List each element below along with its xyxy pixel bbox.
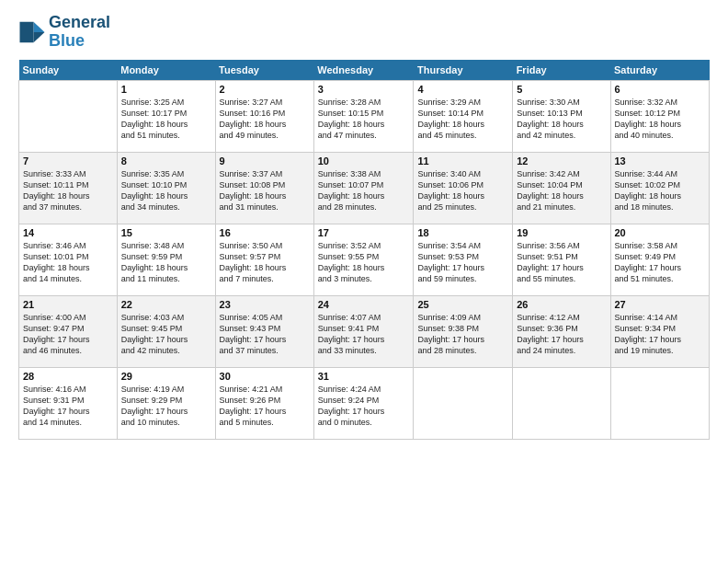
calendar-cell: 28Sunrise: 4:16 AM Sunset: 9:31 PM Dayli… (19, 367, 118, 439)
day-info: Sunrise: 4:09 AM Sunset: 9:38 PM Dayligh… (417, 312, 508, 357)
day-info: Sunrise: 3:40 AM Sunset: 10:06 PM Daylig… (417, 168, 508, 213)
calendar-cell (610, 367, 710, 439)
day-number: 30 (220, 371, 310, 382)
day-info: Sunrise: 3:46 AM Sunset: 10:01 PM Daylig… (23, 240, 113, 285)
calendar-cell: 24Sunrise: 4:07 AM Sunset: 9:41 PM Dayli… (313, 295, 414, 367)
calendar-table: SundayMondayTuesdayWednesdayThursdayFrid… (18, 60, 710, 440)
logo-text: General Blue (49, 14, 110, 51)
day-info: Sunrise: 4:16 AM Sunset: 9:31 PM Dayligh… (23, 384, 113, 429)
calendar-cell (414, 367, 513, 439)
day-info: Sunrise: 3:42 AM Sunset: 10:04 PM Daylig… (517, 168, 606, 213)
week-row-5: 28Sunrise: 4:16 AM Sunset: 9:31 PM Dayli… (19, 367, 710, 439)
day-info: Sunrise: 4:12 AM Sunset: 9:36 PM Dayligh… (517, 312, 606, 357)
day-info: Sunrise: 4:03 AM Sunset: 9:45 PM Dayligh… (121, 312, 211, 357)
day-info: Sunrise: 4:19 AM Sunset: 9:29 PM Dayligh… (121, 384, 211, 429)
day-info: Sunrise: 3:29 AM Sunset: 10:14 PM Daylig… (417, 97, 508, 142)
day-number: 5 (517, 84, 606, 95)
day-info: Sunrise: 4:14 AM Sunset: 9:34 PM Dayligh… (615, 312, 706, 357)
calendar-cell: 10Sunrise: 3:38 AM Sunset: 10:07 PM Dayl… (313, 152, 414, 224)
calendar-cell: 3Sunrise: 3:28 AM Sunset: 10:15 PM Dayli… (313, 80, 414, 152)
calendar-cell: 20Sunrise: 3:58 AM Sunset: 9:49 PM Dayli… (610, 224, 710, 295)
svg-rect-2 (20, 22, 34, 43)
day-info: Sunrise: 4:21 AM Sunset: 9:26 PM Dayligh… (220, 384, 310, 429)
calendar-cell: 23Sunrise: 4:05 AM Sunset: 9:43 PM Dayli… (215, 295, 313, 367)
logo-icon (18, 18, 46, 46)
calendar-cell: 26Sunrise: 4:12 AM Sunset: 9:36 PM Dayli… (513, 295, 610, 367)
day-number: 22 (121, 299, 211, 310)
weekday-sunday: Sunday (19, 60, 118, 81)
day-number: 24 (318, 299, 410, 310)
calendar-cell: 1Sunrise: 3:25 AM Sunset: 10:17 PM Dayli… (117, 80, 215, 152)
day-info: Sunrise: 4:05 AM Sunset: 9:43 PM Dayligh… (220, 312, 310, 357)
day-info: Sunrise: 4:24 AM Sunset: 9:24 PM Dayligh… (318, 384, 410, 429)
calendar-cell: 14Sunrise: 3:46 AM Sunset: 10:01 PM Dayl… (19, 224, 118, 295)
calendar-cell: 19Sunrise: 3:56 AM Sunset: 9:51 PM Dayli… (513, 224, 610, 295)
day-number: 19 (517, 227, 606, 238)
day-info: Sunrise: 3:56 AM Sunset: 9:51 PM Dayligh… (517, 240, 606, 285)
day-info: Sunrise: 3:38 AM Sunset: 10:07 PM Daylig… (318, 168, 410, 213)
day-number: 10 (318, 155, 410, 167)
weekday-monday: Monday (117, 60, 215, 81)
week-row-2: 7Sunrise: 3:33 AM Sunset: 10:11 PM Dayli… (19, 152, 710, 224)
week-row-4: 21Sunrise: 4:00 AM Sunset: 9:47 PM Dayli… (19, 295, 710, 367)
calendar-cell: 27Sunrise: 4:14 AM Sunset: 9:34 PM Dayli… (610, 295, 710, 367)
day-number: 14 (23, 227, 113, 238)
svg-marker-1 (34, 32, 45, 42)
calendar-cell: 8Sunrise: 3:35 AM Sunset: 10:10 PM Dayli… (117, 152, 215, 224)
header: General Blue (18, 14, 710, 51)
day-number: 13 (615, 155, 706, 167)
weekday-header-row: SundayMondayTuesdayWednesdayThursdayFrid… (19, 60, 710, 81)
calendar-cell: 2Sunrise: 3:27 AM Sunset: 10:16 PM Dayli… (215, 80, 313, 152)
calendar-cell: 22Sunrise: 4:03 AM Sunset: 9:45 PM Dayli… (117, 295, 215, 367)
calendar-cell: 12Sunrise: 3:42 AM Sunset: 10:04 PM Dayl… (513, 152, 610, 224)
day-number: 4 (417, 84, 508, 95)
calendar-cell: 4Sunrise: 3:29 AM Sunset: 10:14 PM Dayli… (414, 80, 513, 152)
weekday-thursday: Thursday (414, 60, 513, 81)
day-number: 12 (517, 155, 606, 167)
day-info: Sunrise: 3:27 AM Sunset: 10:16 PM Daylig… (220, 97, 310, 142)
calendar-cell: 11Sunrise: 3:40 AM Sunset: 10:06 PM Dayl… (414, 152, 513, 224)
calendar-cell: 16Sunrise: 3:50 AM Sunset: 9:57 PM Dayli… (215, 224, 313, 295)
day-info: Sunrise: 4:07 AM Sunset: 9:41 PM Dayligh… (318, 312, 410, 357)
calendar-cell: 9Sunrise: 3:37 AM Sunset: 10:08 PM Dayli… (215, 152, 313, 224)
calendar-cell: 17Sunrise: 3:52 AM Sunset: 9:55 PM Dayli… (313, 224, 414, 295)
day-info: Sunrise: 3:48 AM Sunset: 9:59 PM Dayligh… (121, 240, 211, 285)
day-info: Sunrise: 3:44 AM Sunset: 10:02 PM Daylig… (615, 168, 706, 213)
day-number: 8 (121, 155, 211, 167)
calendar-cell: 13Sunrise: 3:44 AM Sunset: 10:02 PM Dayl… (610, 152, 710, 224)
day-number: 29 (121, 371, 211, 382)
day-number: 27 (615, 299, 706, 310)
day-number: 2 (220, 84, 310, 95)
day-number: 17 (318, 227, 410, 238)
logo: General Blue (18, 14, 110, 51)
day-info: Sunrise: 4:00 AM Sunset: 9:47 PM Dayligh… (23, 312, 113, 357)
calendar-cell: 6Sunrise: 3:32 AM Sunset: 10:12 PM Dayli… (610, 80, 710, 152)
calendar-cell: 15Sunrise: 3:48 AM Sunset: 9:59 PM Dayli… (117, 224, 215, 295)
day-number: 9 (220, 155, 310, 167)
day-number: 25 (417, 299, 508, 310)
day-number: 16 (220, 227, 310, 238)
day-number: 11 (417, 155, 508, 167)
day-number: 15 (121, 227, 211, 238)
day-number: 18 (417, 227, 508, 238)
day-number: 28 (23, 371, 113, 382)
calendar-cell: 21Sunrise: 4:00 AM Sunset: 9:47 PM Dayli… (19, 295, 118, 367)
weekday-saturday: Saturday (610, 60, 710, 81)
weekday-wednesday: Wednesday (313, 60, 414, 81)
calendar-cell: 7Sunrise: 3:33 AM Sunset: 10:11 PM Dayli… (19, 152, 118, 224)
calendar-cell: 5Sunrise: 3:30 AM Sunset: 10:13 PM Dayli… (513, 80, 610, 152)
day-number: 1 (121, 84, 211, 95)
day-info: Sunrise: 3:54 AM Sunset: 9:53 PM Dayligh… (417, 240, 508, 285)
calendar-cell: 30Sunrise: 4:21 AM Sunset: 9:26 PM Dayli… (215, 367, 313, 439)
svg-marker-0 (34, 22, 45, 32)
day-info: Sunrise: 3:37 AM Sunset: 10:08 PM Daylig… (220, 168, 310, 213)
week-row-1: 1Sunrise: 3:25 AM Sunset: 10:17 PM Dayli… (19, 80, 710, 152)
day-number: 31 (318, 371, 410, 382)
calendar-cell: 29Sunrise: 4:19 AM Sunset: 9:29 PM Dayli… (117, 367, 215, 439)
calendar-cell: 18Sunrise: 3:54 AM Sunset: 9:53 PM Dayli… (414, 224, 513, 295)
day-info: Sunrise: 3:32 AM Sunset: 10:12 PM Daylig… (615, 97, 706, 142)
day-number: 21 (23, 299, 113, 310)
week-row-3: 14Sunrise: 3:46 AM Sunset: 10:01 PM Dayl… (19, 224, 710, 295)
weekday-friday: Friday (513, 60, 610, 81)
calendar-cell: 31Sunrise: 4:24 AM Sunset: 9:24 PM Dayli… (313, 367, 414, 439)
